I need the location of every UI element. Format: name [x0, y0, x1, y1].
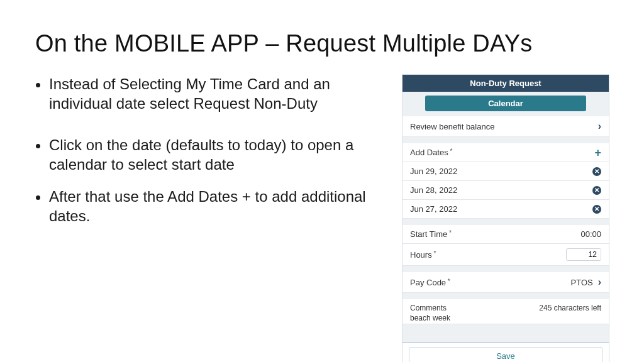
add-dates-row[interactable]: Add Dates + — [402, 143, 609, 162]
comments-label: Comments — [410, 304, 447, 312]
date-row: Jun 27, 2022 ✕ — [402, 200, 609, 219]
slide-title: On the MOBILE APP – Request Multiple DAY… — [35, 30, 609, 57]
comments-block[interactable]: Comments 245 characters left beach week — [402, 299, 609, 324]
start-time-row[interactable]: Start Time 00:00 — [402, 225, 609, 244]
bullet-3: After that use the Add Dates + to add ad… — [49, 187, 385, 226]
remove-date-icon[interactable]: ✕ — [592, 205, 601, 214]
chevron-right-icon: › — [598, 277, 601, 288]
slide-text: Instead of Selecting My Time Card and an… — [35, 75, 385, 362]
mobile-screenshot: Non-Duty Request Calendar Review benefit… — [402, 75, 609, 362]
date-row: Jun 28, 2022 ✕ — [402, 181, 609, 200]
comments-remaining: 245 characters left — [539, 304, 601, 312]
add-dates-label: Add Dates — [410, 148, 452, 157]
date-value: Jun 27, 2022 — [410, 204, 457, 214]
bullet-2: Click on the date (defaults to today) to… — [49, 136, 385, 174]
remove-date-icon[interactable]: ✕ — [592, 186, 601, 195]
paycode-label: Pay Code — [410, 278, 450, 287]
review-benefit-label: Review benefit balance — [410, 122, 494, 131]
start-time-value: 00:00 — [580, 229, 601, 239]
save-button[interactable]: Save — [409, 347, 602, 362]
bullet-1: Instead of Selecting My Time Card and an… — [49, 75, 385, 113]
mobile-header: Non-Duty Request — [402, 75, 609, 92]
review-benefit-row[interactable]: Review benefit balance › — [402, 116, 609, 137]
hours-input[interactable] — [566, 248, 601, 261]
chevron-right-icon: › — [598, 121, 601, 132]
hours-label: Hours — [410, 250, 436, 260]
paycode-value: PTOS — [571, 278, 593, 287]
paycode-row[interactable]: Pay Code PTOS › — [402, 272, 609, 293]
date-value: Jun 29, 2022 — [410, 167, 457, 176]
calendar-button[interactable]: Calendar — [425, 96, 586, 111]
date-row: Jun 29, 2022 ✕ — [402, 162, 609, 181]
plus-icon[interactable]: + — [594, 148, 601, 157]
date-value: Jun 28, 2022 — [410, 185, 457, 195]
remove-date-icon[interactable]: ✕ — [592, 167, 601, 176]
start-time-label: Start Time — [410, 229, 452, 239]
hours-row: Hours — [402, 244, 609, 266]
comments-value: beach week — [410, 312, 601, 322]
